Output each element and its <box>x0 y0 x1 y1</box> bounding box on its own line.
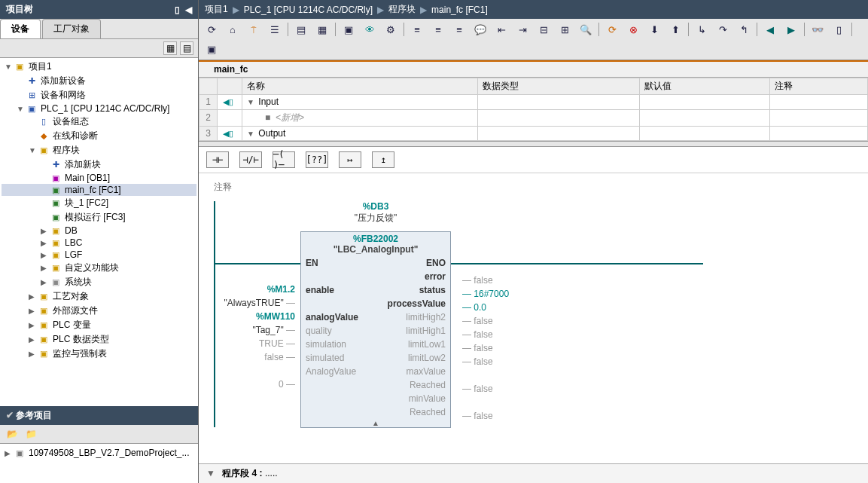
pin-limitlow2: limitLow2 <box>408 353 446 363</box>
tool-comment[interactable]: 💬 <box>472 22 489 37</box>
tree-watch-tables[interactable]: ▶▣监控与强制表 <box>2 347 196 361</box>
tree-main-fc[interactable]: ▣main_fc [FC1] <box>2 184 196 196</box>
normally-open-contact[interactable]: ⊣⊢ <box>206 151 229 168</box>
pin-analogvalue: analogValue <box>306 312 358 323</box>
interface-row[interactable]: 2■ <新增> <box>199 109 868 126</box>
tool-test[interactable]: ⚙ <box>382 22 399 37</box>
tree-tool-1[interactable]: ▦ <box>163 41 177 55</box>
tool-step-over[interactable]: ↷ <box>714 22 731 37</box>
tree-add-block[interactable]: ✚添加新块 <box>2 157 196 172</box>
network-area[interactable]: 注释 %DB3 "压力反馈" %FB22002 "LBC_AnalogInput… <box>199 173 868 463</box>
tool-step-out[interactable]: ↰ <box>736 22 752 37</box>
expand-icon[interactable]: ▲ <box>301 419 450 427</box>
pin-enable: enable <box>306 285 334 295</box>
tool-prev[interactable]: ◀ <box>762 22 778 37</box>
crumb-blocks[interactable]: 程序块 <box>388 3 416 16</box>
tree-lbc-folder[interactable]: ▶▣LBC <box>2 237 196 249</box>
collapse-icon[interactable]: ◀ <box>185 5 192 15</box>
pin-icon[interactable]: ▯ <box>175 5 180 15</box>
tree-sys-blocks[interactable]: ▶▣系统块 <box>2 275 196 289</box>
col-datatype[interactable]: 数据类型 <box>478 78 640 95</box>
close-branch[interactable]: ↥ <box>372 151 394 168</box>
tree-plc[interactable]: ▼▣PLC_1 [CPU 1214C AC/DC/Rly] <box>2 102 196 115</box>
pin-limithigh1: limitHigh1 <box>406 326 446 336</box>
tool-goto[interactable]: ▣ <box>340 22 357 37</box>
open-branch[interactable]: ↦ <box>339 151 361 168</box>
tool-insert-network[interactable]: ▤ <box>293 22 309 37</box>
folder-icon: ▣ <box>38 349 50 359</box>
crumb-plc[interactable]: PLC_1 [CPU 1214C AC/DC/Rly] <box>244 5 373 15</box>
tree-plc-types[interactable]: ▶▣PLC 数据类型 <box>2 332 196 347</box>
empty-box[interactable]: [??] <box>306 151 328 168</box>
tree-tech-obj[interactable]: ▶▣工艺对象 <box>2 289 196 304</box>
tab-plant-objects[interactable]: 工厂对象 <box>42 19 101 38</box>
tab-devices[interactable]: 设备 <box>0 19 41 38</box>
tree-project[interactable]: ▼▣项目1 <box>2 60 196 74</box>
tool-find[interactable]: 🔍 <box>577 22 594 37</box>
col-comment[interactable]: 注释 <box>769 78 867 95</box>
tool-go-offline[interactable]: ⊗ <box>625 22 641 37</box>
tool-refresh[interactable]: ⟳ <box>203 22 220 37</box>
network-header[interactable]: ▼ 程序段 4 : ..... <box>199 463 868 483</box>
pin-reached2: Reached <box>410 407 446 417</box>
tool-view[interactable]: ▯ <box>830 22 847 37</box>
col-name[interactable]: 名称 <box>242 78 478 95</box>
tool-expand[interactable]: ⊟ <box>535 22 552 37</box>
tool-align-c[interactable]: ≡ <box>430 22 446 37</box>
ladder-toolbar: ⊣⊢ ⊣/⊢ ─( )─ [??] ↦ ↥ <box>199 147 868 173</box>
tree-device-config[interactable]: ▯设备组态 <box>2 115 196 129</box>
tool-outdent[interactable]: ⇤ <box>493 22 510 37</box>
coil[interactable]: ─( )─ <box>273 151 295 168</box>
pin-error: error <box>425 271 446 282</box>
pin-quality: quality <box>306 326 332 336</box>
project-icon: ▣ <box>14 62 26 72</box>
tool-align-r[interactable]: ≡ <box>451 22 468 37</box>
tool-structure[interactable]: ▣ <box>203 41 220 57</box>
tree-lgf-folder[interactable]: ▶▣LGF <box>2 249 196 261</box>
tool-align-l[interactable]: ≡ <box>409 22 425 37</box>
splitter[interactable] <box>199 141 868 147</box>
tree-add-device[interactable]: ✚添加新设备 <box>2 74 196 88</box>
tool-monitor[interactable]: 👁 <box>361 22 378 37</box>
ref-projects-header: ✔ 参考项目 <box>0 406 198 425</box>
tool-glasses[interactable]: 👓 <box>809 22 826 37</box>
pin-limithigh2: limitHigh2 <box>406 312 446 323</box>
tool-next[interactable]: ▶ <box>783 22 799 37</box>
config-icon: ▯ <box>38 117 50 127</box>
tool-indent[interactable]: ⇥ <box>514 22 531 37</box>
chevron-right-icon: ▶ <box>233 5 239 15</box>
interface-row[interactable]: 3◀▯▼ Output <box>199 126 868 141</box>
tool-upload[interactable]: ⬆ <box>667 22 684 37</box>
tree-program-blocks[interactable]: ▼▣程序块 <box>2 143 196 157</box>
ref-project-item[interactable]: ▶▣109749508_LBP_V2.7_DemoProject_... <box>3 447 195 459</box>
crumb-project[interactable]: 项目1 <box>205 3 228 16</box>
tool-step-into[interactable]: ↳ <box>693 22 710 37</box>
tree-plc-tags[interactable]: ▶▣PLC 变量 <box>2 318 196 332</box>
tree-online-diag[interactable]: ◆在线和诊断 <box>2 129 196 143</box>
tool-blocks[interactable]: ▦ <box>314 22 330 37</box>
network-comment: 注释 <box>214 181 853 194</box>
crumb-fc[interactable]: main_fc [FC1] <box>431 5 488 15</box>
ref-toolbar: 📂 📁 <box>0 425 198 444</box>
normally-closed-contact[interactable]: ⊣/⊢ <box>239 151 262 168</box>
sys-icon: ▣ <box>50 277 62 288</box>
tool-compile[interactable]: ⍑ <box>245 22 262 37</box>
ref-open-icon[interactable]: 📂 <box>5 427 20 441</box>
tool-go-online[interactable]: ⟳ <box>604 22 620 37</box>
tree-tool-2[interactable]: ▤ <box>180 41 193 55</box>
tool-collapse[interactable]: ⊞ <box>556 22 573 37</box>
tree-db-folder[interactable]: ▶▣DB <box>2 225 196 237</box>
tree-custom-fb[interactable]: ▶▣自定义功能块 <box>2 261 196 275</box>
tool-print[interactable]: ☰ <box>266 22 283 37</box>
interface-row[interactable]: 1◀▯▼ Input <box>199 95 868 110</box>
tree-ext-src[interactable]: ▶▣外部源文件 <box>2 304 196 318</box>
tree-block-1[interactable]: ▣块_1 [FC2] <box>2 196 196 210</box>
ref-close-icon[interactable]: 📁 <box>23 427 38 441</box>
tree-sim-run[interactable]: ▣模拟运行 [FC3] <box>2 210 196 225</box>
tool-save[interactable]: ⌂ <box>224 22 241 37</box>
col-default[interactable]: 默认值 <box>640 78 770 95</box>
tree-devices-networks[interactable]: ⊞设备和网络 <box>2 88 196 102</box>
tool-download[interactable]: ⬇ <box>646 22 662 37</box>
tree-main-ob[interactable]: ▣Main [OB1] <box>2 172 196 184</box>
fb-call-block[interactable]: %FB22002 "LBC_AnalogInput" ENENO error e… <box>300 231 451 428</box>
